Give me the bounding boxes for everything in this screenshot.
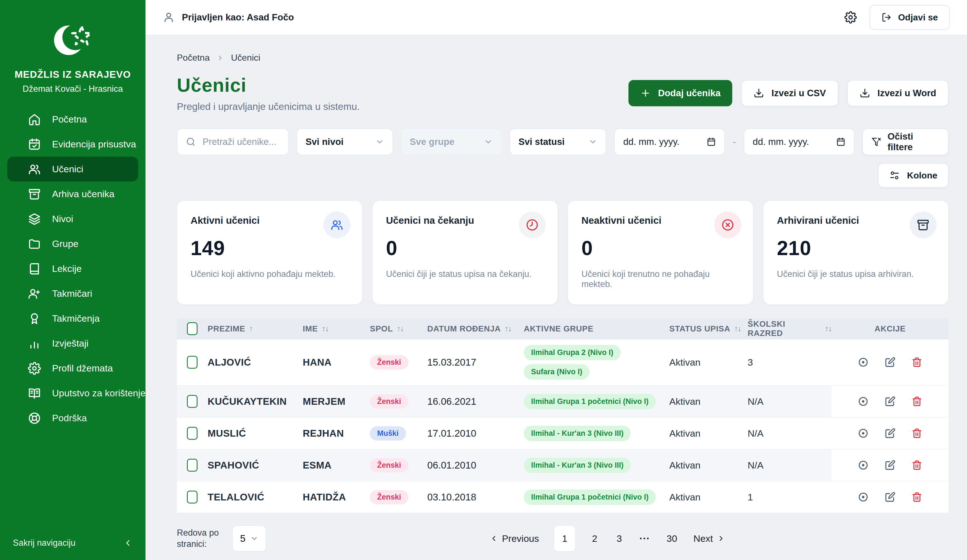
row-checkbox[interactable] (187, 395, 198, 408)
columns-button[interactable]: Kolone (878, 163, 949, 188)
page-button-3[interactable]: 3 (613, 533, 625, 544)
column-header-akcije: AKCIJE (832, 324, 949, 333)
stat-card-0: Aktivni učenici149Učenici koji aktivno p… (177, 201, 362, 305)
sidebar-item-grupe[interactable]: Grupe (0, 231, 145, 256)
row-checkbox-cell (177, 356, 208, 369)
cell-spol: Ženski (370, 355, 427, 369)
view-button[interactable] (858, 357, 869, 368)
search-placeholder: Pretraži učenike... (203, 137, 276, 147)
breadcrumb-home[interactable]: Početna (177, 53, 210, 63)
sidebar-item-pocetna[interactable]: Početna (0, 107, 145, 132)
sidebar-item-ucenici[interactable]: Učenici (7, 156, 138, 181)
next-page-button[interactable]: Next (691, 533, 727, 544)
edit-button[interactable] (884, 460, 896, 471)
delete-button[interactable] (911, 428, 922, 439)
view-button[interactable] (858, 491, 869, 502)
column-header-label: SPOL (370, 324, 393, 333)
page-button-2[interactable]: 2 (589, 533, 601, 544)
sidebar: MEDŽLIS IZ SARAJEVO Džemat Kovači - Hras… (0, 0, 145, 560)
sidebar-item-takmicari[interactable]: Takmičari (0, 281, 145, 306)
stat-description: Učenici čiji je status upisa na čekanju. (386, 269, 544, 279)
sort-asc-icon: ↑ (249, 324, 252, 333)
column-header-label: AKTIVNE GRUPE (524, 324, 594, 333)
clear-filters-button[interactable]: Očisti filtere (862, 128, 949, 155)
calendar-icon (836, 137, 846, 147)
cell-akcije (832, 418, 949, 449)
logout-button[interactable]: Odjavi se (870, 5, 950, 30)
chevron-left-icon (123, 538, 133, 548)
gender-pill: Ženski (370, 355, 409, 369)
delete-button[interactable] (911, 396, 922, 407)
row-checkbox[interactable] (187, 459, 198, 472)
select-all-checkbox[interactable] (187, 322, 198, 335)
previous-label: Previous (502, 533, 539, 544)
cell-datum-rodjenja: 17.01.2010 (427, 428, 524, 439)
rows-per-page-value: 5 (240, 533, 245, 544)
sidebar-item-uputstvo[interactable]: Uputstvo za korištenje (0, 381, 145, 405)
sidebar-item-podrska[interactable]: Podrška (0, 405, 145, 430)
cell-datum-rodjenja: 06.01.2010 (427, 460, 524, 471)
sidebar-item-profil-dzemata[interactable]: Profil džemata (0, 356, 145, 381)
rows-per-page-select[interactable]: 5 (232, 525, 266, 552)
sidebar-item-label: Takmičari (52, 288, 92, 299)
level-select[interactable]: Svi nivoi (297, 128, 393, 155)
date-from-input[interactable]: dd. mm. yyyy. (614, 128, 725, 155)
column-header-spol[interactable]: SPOL↑↓ (370, 324, 427, 333)
table-header: PREZIME↑IME↑↓SPOL↑↓DATUM ROĐENJA↑↓AKTIVN… (177, 318, 949, 339)
sidebar-item-lekcije[interactable]: Lekcije (0, 256, 145, 281)
view-button[interactable] (858, 428, 869, 439)
stat-value: 149 (191, 237, 349, 260)
page-button-30[interactable]: 30 (665, 533, 679, 544)
edit-button[interactable] (884, 396, 896, 407)
sidebar-item-arhiva-ucenika[interactable]: Arhiva učenika (0, 181, 145, 206)
cell-status-upisa: Aktivan (669, 492, 748, 502)
logout-label: Odjavi se (898, 12, 938, 23)
sidebar-item-izvjestaji[interactable]: Izvještaji (0, 331, 145, 356)
download-icon (754, 88, 764, 99)
settings-button[interactable] (845, 11, 857, 23)
sidebar-item-label: Arhiva učenika (52, 189, 114, 199)
group-badge: Ilmihal - Kur'an 3 (Nivo III) (524, 426, 631, 441)
row-checkbox[interactable] (187, 427, 198, 440)
row-checkbox[interactable] (187, 491, 198, 504)
column-header-prezime[interactable]: PREZIME↑ (208, 324, 303, 333)
add-student-button[interactable]: Dodaj učenika (629, 80, 733, 106)
edit-button[interactable] (884, 428, 896, 439)
gender-pill: Muški (370, 426, 406, 441)
users-icon (323, 211, 350, 238)
export-word-button[interactable]: Izvezi u Word (847, 80, 949, 106)
cell-ime: ESMA (303, 460, 370, 471)
previous-page-button[interactable]: Previous (488, 533, 541, 544)
date-to-input[interactable]: dd. mm. yyyy. (744, 128, 855, 155)
view-button[interactable] (858, 396, 869, 407)
column-header-datum-ro-enja[interactable]: DATUM ROĐENJA↑↓ (427, 324, 524, 333)
column-header-status-upisa[interactable]: STATUS UPISA↑↓ (669, 324, 748, 333)
edit-button[interactable] (884, 491, 896, 502)
delete-button[interactable] (911, 357, 922, 368)
sidebar-collapse-button[interactable]: Sakrij navigaciju (0, 526, 145, 560)
sidebar-nav: PočetnaEvidencija prisustvaUčeniciArhiva… (0, 107, 145, 430)
cell-aktivne-grupe: Ilmihal Grupa 2 (Nivo I)Sufara (Nivo I) (524, 345, 669, 380)
status-select[interactable]: Svi statusi (510, 128, 607, 155)
search-input[interactable]: Pretraži učenike... (177, 128, 289, 155)
column-header-ime[interactable]: IME↑↓ (303, 324, 370, 333)
edit-button[interactable] (884, 357, 896, 368)
row-checkbox[interactable] (187, 356, 198, 369)
topbar: Prijavljen kao: Asad Fočo Odjavi se (145, 0, 967, 35)
cell-skolski-razred: N/A (748, 428, 832, 439)
cell-status-upisa: Aktivan (669, 460, 748, 471)
sidebar-item-takmicenja[interactable]: Takmičenja (0, 306, 145, 331)
sidebar-item-evidencija-prisustva[interactable]: Evidencija prisustva (0, 132, 145, 156)
view-button[interactable] (858, 460, 869, 471)
column-header-label: AKCIJE (875, 324, 906, 333)
column-header--kolski-razred[interactable]: ŠKOLSKI RAZRED↑↓ (748, 320, 832, 338)
rows-per-page: Redova po stranici: 5 (177, 525, 266, 552)
delete-button[interactable] (911, 491, 922, 502)
delete-button[interactable] (911, 460, 922, 471)
stat-card-2: Neaktivni učenici0Učenici koji trenutno … (568, 201, 753, 305)
page-button-1[interactable]: 1 (553, 525, 576, 552)
cell-skolski-razred: N/A (748, 460, 832, 471)
groups-select[interactable]: Sve grupe (401, 128, 502, 155)
export-csv-button[interactable]: Izvezi u CSV (741, 80, 838, 106)
sidebar-item-nivoi[interactable]: Nivoi (0, 206, 145, 231)
